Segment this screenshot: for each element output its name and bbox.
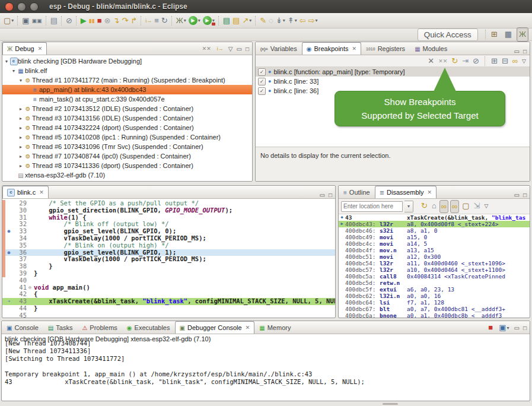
disassembly-row[interactable]: 400dbc49:movia15, 0: [339, 234, 530, 240]
tree-expander-icon[interactable]: ▾: [4, 59, 9, 64]
window-minimize-button[interactable]: [17, 2, 26, 11]
skip-all-breakpoints-button[interactable]: ⊘: [65, 15, 74, 27]
resume-button[interactable]: ▶: [79, 15, 88, 27]
display-selected-console-dropdown-icon[interactable]: ▾: [506, 325, 509, 331]
breakpoints-tab-variables[interactable]: (x)=Variables: [256, 42, 302, 55]
minimize-icon[interactable]: ▭: [514, 48, 520, 55]
instruction-stepping-mode-button[interactable]: i→: [216, 43, 225, 55]
close-icon[interactable]: ✕: [39, 189, 44, 195]
external-tools-button[interactable]: ▶▾: [202, 15, 216, 27]
close-icon[interactable]: ✕: [246, 325, 250, 331]
console-tab-executables[interactable]: ◉Executables: [122, 321, 175, 334]
step-over-button[interactable]: ↷: [120, 15, 129, 27]
instruction-pointer-icon[interactable]: ➔: [5, 298, 12, 305]
code-area[interactable]: 29 /* Set the GPIO as a push/pull output…: [2, 199, 335, 318]
view-menu-button[interactable]: ▽: [521, 55, 527, 67]
tree-expander-icon[interactable]: ▸: [18, 154, 24, 159]
breakpoint-row[interactable]: ✓●blink.c [line: 33]: [256, 77, 530, 86]
disassembly-row[interactable]: 400dbc54:l32ra11, 0x400d0460 <_stext+109…: [339, 260, 530, 267]
terminate-button[interactable]: ■: [96, 15, 103, 27]
disassembly-row[interactable]: 400dbc57:l32ra10, 0x400d0464 <_stext+110…: [339, 267, 530, 273]
disassembly-row[interactable]: 400dbc67:blta0, a7, 0x400dbc81 <__adddf3…: [339, 306, 530, 312]
code-line[interactable]: 39}: [2, 270, 335, 277]
window-close-button[interactable]: [5, 2, 14, 11]
use-step-filters-button[interactable]: ≡: [153, 15, 160, 27]
restart-button[interactable]: ↻: [160, 15, 169, 27]
save-all-button[interactable]: ▣▣: [31, 15, 43, 27]
breakpoints-tab-modules[interactable]: ▦Modules: [410, 42, 452, 55]
tree-expander-icon[interactable]: ▾: [18, 78, 24, 83]
previous-annotation-button[interactable]: ↟▾: [286, 15, 298, 27]
save-button[interactable]: ▣: [21, 15, 30, 27]
code-line[interactable]: 44}: [2, 305, 335, 312]
disassembly-row[interactable]: 400dbc4f:mov.na13, a15: [339, 247, 530, 253]
disassembly-row[interactable]: 400dbc4c:movia14, 5: [339, 240, 530, 247]
display-selected-console-button[interactable]: ▣▾: [498, 322, 510, 334]
breakpoint-marker-icon[interactable]: ●: [5, 228, 12, 235]
disassembly-row[interactable]: 400dbc64:lsif7, a1, 128: [339, 299, 530, 306]
console-tab-debugger-console[interactable]: ▣Debugger Console✕: [175, 321, 255, 334]
binary-button[interactable]: ▤: [49, 15, 59, 27]
code-line[interactable]: 45: [2, 312, 335, 318]
open-folder-button[interactable]: ▤: [231, 15, 241, 27]
terminate-console-button[interactable]: ■: [487, 322, 494, 334]
disconnect-button[interactable]: ⊗: [103, 15, 112, 27]
debug-tree-row[interactable]: ▾▦blink.elf: [2, 66, 252, 75]
new-wizard-dropdown-icon[interactable]: ▾: [11, 18, 14, 23]
quick-access-button[interactable]: Quick Access: [418, 28, 478, 41]
refresh-view-button[interactable]: ↻: [420, 200, 429, 212]
close-icon[interactable]: ✕: [427, 189, 432, 195]
new-wizard-button[interactable]: ▢▾: [2, 15, 15, 27]
forward-button[interactable]: ⇨▾: [307, 15, 319, 27]
debug-tree-row[interactable]: ▾cblink checking [GDB Hardware Debugging…: [2, 56, 252, 66]
external-tools-dropdown-icon[interactable]: ▾: [212, 18, 215, 23]
tree-expander-icon[interactable]: ▸: [18, 163, 24, 169]
skip-all-breakpoints-button[interactable]: ⊘: [472, 55, 480, 67]
close-icon[interactable]: ✕: [352, 46, 357, 52]
pin-view-button[interactable]: ⇲: [473, 200, 482, 212]
disassembly-row[interactable]: 400dbc51:movia12, 0x300: [339, 253, 530, 260]
tree-expander-icon[interactable]: ▸: [18, 135, 24, 140]
code-line[interactable]: 41⊖void app_main(): [2, 284, 335, 291]
minimize-icon[interactable]: ▭: [320, 192, 325, 198]
launch-last-dropdown-icon[interactable]: ▾: [249, 18, 251, 23]
disassembly-row[interactable]: 400dbc46:s32ia8, a1, 0: [339, 227, 530, 234]
breakpoint-marker-icon[interactable]: ●: [5, 249, 12, 256]
breakpoints-tab-registers[interactable]: 1010Registers: [361, 42, 410, 55]
view-menu-icon[interactable]: ▽: [228, 46, 233, 52]
close-icon[interactable]: ✕: [38, 46, 43, 52]
debug-tree-row[interactable]: ▸⚙Thread #4 1073432224 (dport) (Suspende…: [2, 123, 252, 132]
back-button[interactable]: ⇦: [298, 15, 307, 27]
debug-button[interactable]: Ж▾: [175, 15, 187, 27]
debug-tree-row[interactable]: ▤xtensa-esp32-elf-gdb (7.10): [2, 170, 252, 180]
debug-tree-row[interactable]: ≡main_task() at cpu_start.c:339 0x400d05…: [2, 94, 252, 104]
breakpoints-tab-breakpoints[interactable]: ◉Breakpoints✕: [302, 42, 361, 55]
collapse-all-button[interactable]: ⊟: [501, 55, 509, 67]
last-edit-location-button[interactable]: ✎: [259, 15, 267, 27]
tab-blink-c[interactable]: c blink.c ✕: [2, 186, 49, 198]
run-button[interactable]: ▶▾: [187, 15, 202, 27]
tree-expander-icon[interactable]: ▸: [18, 144, 24, 150]
go-home-button[interactable]: ⌂: [431, 200, 438, 212]
breakpoint-checkbox[interactable]: ✓: [258, 87, 266, 95]
tree-expander-icon[interactable]: ▸: [18, 116, 24, 121]
tree-expander-icon[interactable]: ▸: [18, 125, 24, 131]
console-body[interactable]: blink checking [GDB Hardware Debugging] …: [2, 334, 530, 401]
debug-tree-row[interactable]: ▸⚙Thread #6 1073431096 (Tmr Svc) (Suspen…: [2, 142, 252, 151]
code-line[interactable]: 38 }: [2, 263, 335, 270]
suspend-button[interactable]: ▮▮: [88, 15, 96, 27]
fold-marker-icon[interactable]: ⊖: [28, 284, 34, 291]
open-new-view-button[interactable]: ▢: [461, 200, 470, 212]
previous-annotation-dropdown-icon[interactable]: ▾: [295, 18, 297, 23]
disassembly-listing[interactable]: ◆43xTaskCreate(&blink_task, "blink_tas▶4…: [339, 214, 530, 318]
remove-breakpoint-button[interactable]: ✕: [426, 55, 435, 67]
minimize-icon[interactable]: ▭: [237, 46, 242, 52]
debug-perspective-button[interactable]: Ж: [517, 27, 528, 42]
debug-tree-row[interactable]: ▸⚙Thread #5 1073410208 (ipc1 : Running) …: [2, 132, 252, 142]
debug-tree-row[interactable]: ▸⚙Thread #7 1073408744 (ipc0) (Suspended…: [2, 151, 252, 161]
disassembly-row[interactable]: 400dbc62:l32i.na0, a0, 16: [339, 293, 530, 299]
console-tab-console[interactable]: ▣Console: [2, 321, 43, 334]
debug-tree-row-selected[interactable]: ≡app_main() at blink.c:43 0x400dbc43: [2, 85, 252, 94]
show-source-button[interactable]: ∞: [439, 200, 448, 213]
maximize-icon[interactable]: □: [523, 48, 527, 55]
